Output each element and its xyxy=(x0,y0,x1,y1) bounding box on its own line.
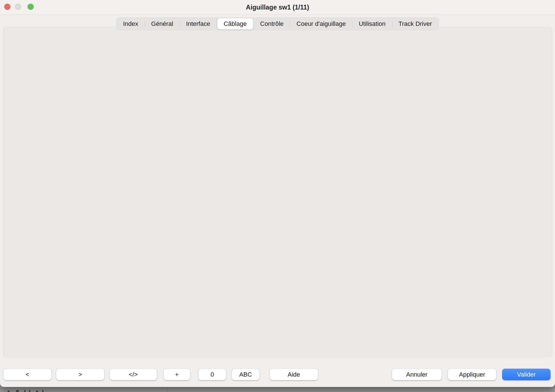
add-button[interactable]: + xyxy=(164,369,190,380)
tab-utilisation[interactable]: Utilisation xyxy=(352,17,392,30)
next-object-button[interactable]: > xyxy=(56,369,104,380)
xml-code-button[interactable]: </> xyxy=(110,369,157,380)
tab-cablage[interactable]: Câblage xyxy=(217,18,253,29)
appliquer-button[interactable]: Appliquer xyxy=(448,369,496,380)
tab-index[interactable]: Index xyxy=(117,17,145,30)
background-text-fragment xyxy=(24,390,26,392)
tab-controle[interactable]: Contrôle xyxy=(254,17,290,30)
tab-coeur-aiguillage[interactable]: Coeur d'aiguillage xyxy=(290,17,352,30)
aide-button[interactable]: Aide xyxy=(270,369,318,380)
content-panel xyxy=(3,27,552,357)
tab-bar: Index Général Interface Câblage Contrôle… xyxy=(116,17,439,30)
previous-object-button[interactable]: < xyxy=(3,369,51,380)
window-title: Aiguillage sw1 (1/11) xyxy=(0,0,555,15)
background-text-fragment xyxy=(36,391,38,392)
tab-interface[interactable]: Interface xyxy=(180,17,217,30)
background-text-fragment xyxy=(42,390,44,392)
title-bar: Aiguillage sw1 (1/11) xyxy=(0,0,555,15)
background-window-divider xyxy=(167,387,168,392)
background-text-fragment xyxy=(16,390,19,392)
abc-button[interactable]: ABC xyxy=(232,369,260,380)
tab-general[interactable]: Général xyxy=(145,17,180,30)
zero-button[interactable]: 0 xyxy=(198,369,226,380)
annuler-button[interactable]: Annuler xyxy=(392,369,442,380)
background-text-fragment xyxy=(8,391,10,392)
dialog-aiguillage: Aiguillage sw1 (1/11) Index Général Inte… xyxy=(0,0,555,387)
screen: Aiguillage sw1 (1/11) Index Général Inte… xyxy=(0,0,555,392)
valider-button[interactable]: Valider xyxy=(502,369,551,380)
tab-track-driver[interactable]: Track Driver xyxy=(392,17,438,30)
background-text-fragment xyxy=(29,390,30,392)
